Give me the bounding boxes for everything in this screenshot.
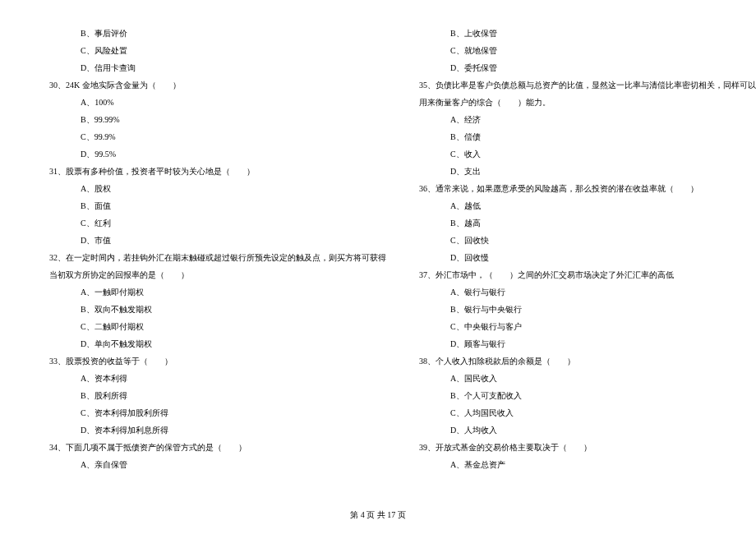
option-text: B、银行与中央银行	[419, 301, 756, 318]
option-text: B、偿债	[419, 128, 756, 145]
option-text: A、股权	[49, 180, 386, 197]
option-text: D、资本利得加利息所得	[49, 421, 386, 439]
option-text: D、支出	[419, 163, 756, 180]
option-text: C、人均国民收入	[419, 404, 756, 421]
option-text: D、顾客与银行	[419, 335, 756, 352]
option-text: C、红利	[49, 214, 386, 232]
option-text: D、信用卡查询	[49, 59, 386, 76]
question-35-line1: 35、负债比率是客户负债总额与总资产的比值，显然这一比率与清偿比率密切相关，同样…	[419, 76, 756, 94]
option-text: C、资本利得加股利所得	[49, 404, 386, 421]
option-text: A、越低	[419, 197, 756, 214]
option-text: B、双向不触发期权	[49, 301, 386, 318]
option-text: B、个人可支配收入	[419, 387, 756, 404]
question-39: 39、开放式基金的交易价格主要取决于（ ）	[419, 439, 756, 456]
option-text: A、100%	[49, 94, 386, 111]
option-text: A、基金总资产	[419, 456, 756, 473]
option-text: B、股利所得	[49, 387, 386, 404]
option-text: B、事后评价	[49, 25, 386, 42]
page-footer: 第 4 页 共 17 页	[0, 509, 756, 521]
option-text: D、市值	[49, 232, 386, 249]
option-text: C、风险处置	[49, 42, 386, 59]
option-text: D、回收慢	[419, 249, 756, 266]
option-text: A、一触即付期权	[49, 283, 386, 301]
option-text: C、回收快	[419, 232, 756, 249]
question-32-line1: 32、在一定时间内，若挂钩外汇在期末触碰或超过银行所预先设定的触及点，则买方将可…	[49, 249, 386, 266]
option-text: C、二触即付期权	[49, 318, 386, 335]
option-text: D、人均收入	[419, 421, 756, 439]
option-text: B、上收保管	[419, 25, 756, 42]
option-text: A、亲自保管	[49, 456, 386, 473]
question-38: 38、个人收入扣除税款后的余额是（ ）	[419, 352, 756, 370]
option-text: A、国民收入	[419, 370, 756, 387]
question-32-line2: 当初双方所协定的回报率的是（ ）	[49, 266, 386, 283]
question-31: 31、股票有多种价值，投资者平时较为关心地是（ ）	[49, 163, 386, 180]
option-text: D、单向不触发期权	[49, 335, 386, 352]
question-33: 33、股票投资的收益等于（ ）	[49, 352, 386, 370]
option-text: B、越高	[419, 214, 756, 232]
question-37: 37、外汇市场中，（ ）之间的外汇交易市场决定了外汇汇率的高低	[419, 266, 756, 283]
option-text: C、中央银行与客户	[419, 318, 756, 335]
question-36: 36、通常来说，如果愿意承受的风险越高，那么投资的潜在收益率就（ ）	[419, 180, 756, 197]
option-text: A、银行与银行	[419, 283, 756, 301]
content-columns: B、事后评价 C、风险处置 D、信用卡查询 30、24K 金地实际含金量为（ ）…	[49, 25, 707, 501]
option-text: A、经济	[419, 111, 756, 128]
option-text: B、面值	[49, 197, 386, 214]
option-text: D、委托保管	[419, 59, 756, 76]
option-text: C、99.9%	[49, 128, 386, 145]
option-text: C、收入	[419, 145, 756, 163]
question-30: 30、24K 金地实际含金量为（ ）	[49, 76, 386, 94]
option-text: A、资本利得	[49, 370, 386, 387]
question-34: 34、下面几项不属于抵债资产的保管方式的是（ ）	[49, 439, 386, 456]
option-text: D、99.5%	[49, 145, 386, 163]
right-column: B、上收保管 C、就地保管 D、委托保管 35、负债比率是客户负债总额与总资产的…	[419, 25, 756, 501]
option-text: C、就地保管	[419, 42, 756, 59]
question-35-line2: 用来衡量客户的综合（ ）能力。	[419, 94, 756, 111]
left-column: B、事后评价 C、风险处置 D、信用卡查询 30、24K 金地实际含金量为（ ）…	[49, 25, 386, 501]
option-text: B、99.99%	[49, 111, 386, 128]
